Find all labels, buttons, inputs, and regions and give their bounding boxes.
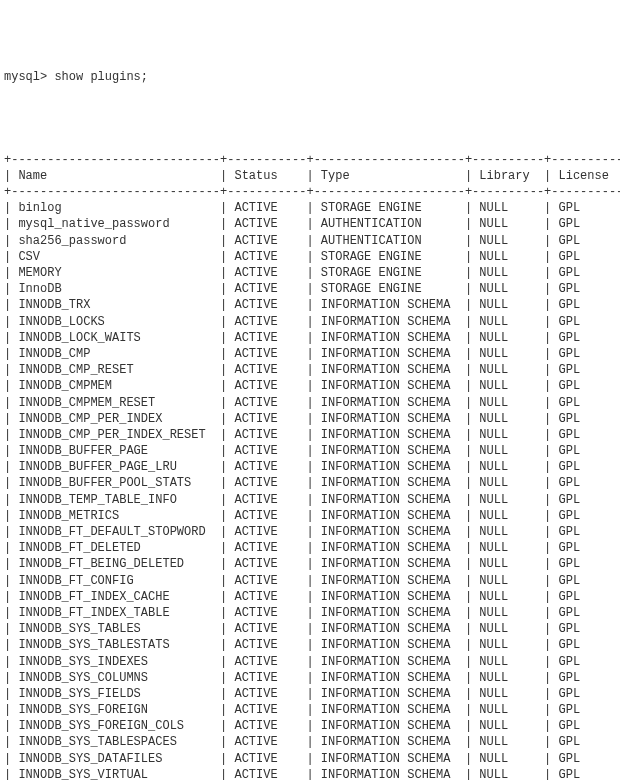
table-row: | INNODB_SYS_COLUMNS | ACTIVE | INFORMAT… (4, 670, 616, 686)
sql-prompt[interactable]: mysql> show plugins; (4, 69, 616, 85)
table-row: | INNODB_BUFFER_PAGE | ACTIVE | INFORMAT… (4, 443, 616, 459)
table-row: | INNODB_FT_INDEX_CACHE | ACTIVE | INFOR… (4, 589, 616, 605)
table-row: | INNODB_SYS_FIELDS | ACTIVE | INFORMATI… (4, 686, 616, 702)
table-row: | INNODB_METRICS | ACTIVE | INFORMATION … (4, 508, 616, 524)
table-row: | INNODB_LOCKS | ACTIVE | INFORMATION SC… (4, 314, 616, 330)
table-row: | INNODB_BUFFER_PAGE_LRU | ACTIVE | INFO… (4, 459, 616, 475)
table-row: | sha256_password | ACTIVE | AUTHENTICAT… (4, 233, 616, 249)
table-row: | INNODB_SYS_FOREIGN | ACTIVE | INFORMAT… (4, 702, 616, 718)
table-row: | INNODB_FT_INDEX_TABLE | ACTIVE | INFOR… (4, 605, 616, 621)
table-row: | INNODB_CMPMEM | ACTIVE | INFORMATION S… (4, 378, 616, 394)
table-row: | INNODB_SYS_TABLESPACES | ACTIVE | INFO… (4, 734, 616, 750)
table-row: | INNODB_CMP_RESET | ACTIVE | INFORMATIO… (4, 362, 616, 378)
table-row: | MEMORY | ACTIVE | STORAGE ENGINE | NUL… (4, 265, 616, 281)
table-row: | INNODB_CMP_PER_INDEX | ACTIVE | INFORM… (4, 411, 616, 427)
table-row: | INNODB_FT_DELETED | ACTIVE | INFORMATI… (4, 540, 616, 556)
table-separator: +-----------------------------+---------… (4, 184, 616, 200)
table-row: | INNODB_TRX | ACTIVE | INFORMATION SCHE… (4, 297, 616, 313)
table-row: | INNODB_SYS_DATAFILES | ACTIVE | INFORM… (4, 751, 616, 767)
table-row: | INNODB_FT_CONFIG | ACTIVE | INFORMATIO… (4, 573, 616, 589)
table-row: | INNODB_FT_DEFAULT_STOPWORD | ACTIVE | … (4, 524, 616, 540)
table-row: | CSV | ACTIVE | STORAGE ENGINE | NULL |… (4, 249, 616, 265)
table-row: | INNODB_FT_BEING_DELETED | ACTIVE | INF… (4, 556, 616, 572)
plugins-table-wrapper: +-----------------------------+---------… (4, 119, 616, 780)
table-row: | INNODB_TEMP_TABLE_INFO | ACTIVE | INFO… (4, 492, 616, 508)
table-row: | INNODB_SYS_VIRTUAL | ACTIVE | INFORMAT… (4, 767, 616, 780)
table-header-row: | Name | Status | Type | Library | Licen… (4, 168, 616, 184)
table-row: | mysql_native_password | ACTIVE | AUTHE… (4, 216, 616, 232)
table-row: | INNODB_SYS_FOREIGN_COLS | ACTIVE | INF… (4, 718, 616, 734)
table-row: | INNODB_SYS_INDEXES | ACTIVE | INFORMAT… (4, 654, 616, 670)
table-row: | INNODB_CMPMEM_RESET | ACTIVE | INFORMA… (4, 395, 616, 411)
table-row: | INNODB_LOCK_WAITS | ACTIVE | INFORMATI… (4, 330, 616, 346)
table-row: | INNODB_SYS_TABLES | ACTIVE | INFORMATI… (4, 621, 616, 637)
table-row: | INNODB_CMP | ACTIVE | INFORMATION SCHE… (4, 346, 616, 362)
table-row: | INNODB_SYS_TABLESTATS | ACTIVE | INFOR… (4, 637, 616, 653)
table-row: | INNODB_BUFFER_POOL_STATS | ACTIVE | IN… (4, 475, 616, 491)
table-separator: +-----------------------------+---------… (4, 152, 616, 168)
table-row: | INNODB_CMP_PER_INDEX_RESET | ACTIVE | … (4, 427, 616, 443)
plugins-ascii-table: +-----------------------------+---------… (4, 152, 616, 780)
table-row: | InnoDB | ACTIVE | STORAGE ENGINE | NUL… (4, 281, 616, 297)
table-row: | binlog | ACTIVE | STORAGE ENGINE | NUL… (4, 200, 616, 216)
